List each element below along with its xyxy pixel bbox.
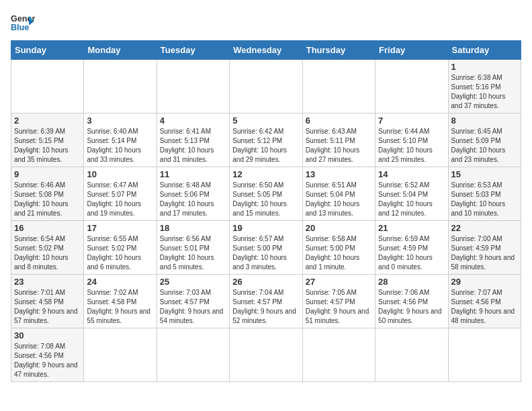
day-cell: 9Sunrise: 6:46 AM Sunset: 5:08 PM Daylig… — [11, 167, 84, 221]
day-number: 6 — [306, 116, 372, 126]
day-number: 4 — [160, 116, 226, 126]
day-cell: 17Sunrise: 6:55 AM Sunset: 5:02 PM Dayli… — [84, 221, 157, 275]
day-number: 13 — [306, 169, 372, 179]
day-info: Sunrise: 6:39 AM Sunset: 5:15 PM Dayligh… — [14, 127, 81, 165]
day-cell: 20Sunrise: 6:58 AM Sunset: 5:00 PM Dayli… — [302, 221, 375, 275]
day-number: 26 — [232, 277, 299, 287]
day-info: Sunrise: 7:00 AM Sunset: 4:59 PM Dayligh… — [451, 234, 518, 272]
calendar-body: 1Sunrise: 6:38 AM Sunset: 5:16 PM Daylig… — [11, 60, 521, 382]
day-number: 16 — [14, 223, 81, 233]
day-cell: 7Sunrise: 6:44 AM Sunset: 5:10 PM Daylig… — [375, 113, 448, 167]
day-cell: 19Sunrise: 6:57 AM Sunset: 5:00 PM Dayli… — [230, 221, 302, 275]
page-header: General Blue — [11, 11, 521, 35]
day-cell: 25Sunrise: 7:03 AM Sunset: 4:57 PM Dayli… — [157, 275, 229, 328]
day-number: 12 — [232, 169, 299, 179]
day-cell: 12Sunrise: 6:50 AM Sunset: 5:05 PM Dayli… — [230, 167, 302, 221]
day-cell: 26Sunrise: 7:04 AM Sunset: 4:57 PM Dayli… — [230, 275, 302, 328]
day-info: Sunrise: 6:46 AM Sunset: 5:08 PM Dayligh… — [14, 181, 81, 218]
day-cell: 1Sunrise: 6:38 AM Sunset: 5:16 PM Daylig… — [448, 60, 521, 113]
day-info: Sunrise: 6:42 AM Sunset: 5:12 PM Dayligh… — [232, 127, 299, 165]
day-cell — [375, 328, 448, 382]
day-cell: 28Sunrise: 7:06 AM Sunset: 4:56 PM Dayli… — [375, 275, 448, 328]
weekday-header-wednesday: Wednesday — [230, 41, 302, 60]
day-info: Sunrise: 7:02 AM Sunset: 4:58 PM Dayligh… — [87, 288, 153, 326]
logo: General Blue — [11, 11, 35, 35]
day-number: 2 — [14, 116, 81, 126]
day-info: Sunrise: 6:38 AM Sunset: 5:16 PM Dayligh… — [451, 73, 518, 111]
day-cell — [84, 328, 157, 382]
week-row-1: 1Sunrise: 6:38 AM Sunset: 5:16 PM Daylig… — [11, 60, 521, 113]
day-info: Sunrise: 6:56 AM Sunset: 5:01 PM Dayligh… — [160, 234, 226, 272]
day-number: 1 — [451, 62, 518, 72]
day-info: Sunrise: 6:52 AM Sunset: 5:04 PM Dayligh… — [378, 181, 445, 218]
day-info: Sunrise: 7:03 AM Sunset: 4:57 PM Dayligh… — [160, 288, 226, 326]
day-cell: 27Sunrise: 7:05 AM Sunset: 4:57 PM Dayli… — [302, 275, 375, 328]
day-info: Sunrise: 6:41 AM Sunset: 5:13 PM Dayligh… — [160, 127, 226, 165]
weekday-header-friday: Friday — [375, 41, 448, 60]
week-row-3: 9Sunrise: 6:46 AM Sunset: 5:08 PM Daylig… — [11, 167, 521, 221]
day-cell: 10Sunrise: 6:47 AM Sunset: 5:07 PM Dayli… — [84, 167, 157, 221]
day-number: 14 — [378, 169, 445, 179]
day-info: Sunrise: 7:01 AM Sunset: 4:58 PM Dayligh… — [14, 288, 81, 326]
day-cell: 22Sunrise: 7:00 AM Sunset: 4:59 PM Dayli… — [448, 221, 521, 275]
day-number: 8 — [451, 116, 518, 126]
day-info: Sunrise: 6:50 AM Sunset: 5:05 PM Dayligh… — [232, 181, 299, 218]
day-cell — [11, 60, 84, 113]
week-row-2: 2Sunrise: 6:39 AM Sunset: 5:15 PM Daylig… — [11, 113, 521, 167]
day-cell: 29Sunrise: 7:07 AM Sunset: 4:56 PM Dayli… — [448, 275, 521, 328]
day-cell — [157, 60, 229, 113]
day-cell: 13Sunrise: 6:51 AM Sunset: 5:04 PM Dayli… — [302, 167, 375, 221]
logo-icon: General Blue — [11, 11, 35, 35]
day-cell — [230, 328, 302, 382]
day-info: Sunrise: 6:59 AM Sunset: 4:59 PM Dayligh… — [378, 234, 445, 272]
day-info: Sunrise: 6:57 AM Sunset: 5:00 PM Dayligh… — [232, 234, 299, 272]
day-number: 15 — [451, 169, 518, 179]
day-number: 18 — [160, 223, 226, 233]
weekday-header-saturday: Saturday — [448, 41, 521, 60]
day-number: 7 — [378, 116, 445, 126]
day-number: 10 — [87, 169, 153, 179]
day-cell — [84, 60, 157, 113]
day-info: Sunrise: 7:07 AM Sunset: 4:56 PM Dayligh… — [451, 288, 518, 326]
day-cell: 5Sunrise: 6:42 AM Sunset: 5:12 PM Daylig… — [230, 113, 302, 167]
calendar-table: SundayMondayTuesdayWednesdayThursdayFrid… — [11, 40, 521, 382]
day-number: 30 — [14, 330, 81, 340]
day-number: 20 — [306, 223, 372, 233]
weekday-header-thursday: Thursday — [302, 41, 375, 60]
day-cell: 4Sunrise: 6:41 AM Sunset: 5:13 PM Daylig… — [157, 113, 229, 167]
day-number: 9 — [14, 169, 81, 179]
day-info: Sunrise: 6:48 AM Sunset: 5:06 PM Dayligh… — [160, 181, 226, 218]
day-cell: 30Sunrise: 7:08 AM Sunset: 4:56 PM Dayli… — [11, 328, 84, 382]
day-cell: 15Sunrise: 6:53 AM Sunset: 5:03 PM Dayli… — [448, 167, 521, 221]
day-number: 19 — [232, 223, 299, 233]
day-number: 11 — [160, 169, 226, 179]
day-cell: 6Sunrise: 6:43 AM Sunset: 5:11 PM Daylig… — [302, 113, 375, 167]
day-number: 27 — [306, 277, 372, 287]
day-cell: 24Sunrise: 7:02 AM Sunset: 4:58 PM Dayli… — [84, 275, 157, 328]
day-number: 22 — [451, 223, 518, 233]
day-cell — [302, 328, 375, 382]
day-cell: 14Sunrise: 6:52 AM Sunset: 5:04 PM Dayli… — [375, 167, 448, 221]
day-info: Sunrise: 6:43 AM Sunset: 5:11 PM Dayligh… — [306, 127, 372, 165]
day-info: Sunrise: 6:44 AM Sunset: 5:10 PM Dayligh… — [378, 127, 445, 165]
day-info: Sunrise: 7:06 AM Sunset: 4:56 PM Dayligh… — [378, 288, 445, 326]
svg-text:Blue: Blue — [11, 23, 29, 32]
day-cell: 11Sunrise: 6:48 AM Sunset: 5:06 PM Dayli… — [157, 167, 229, 221]
day-info: Sunrise: 6:51 AM Sunset: 5:04 PM Dayligh… — [306, 181, 372, 218]
weekday-header-row: SundayMondayTuesdayWednesdayThursdayFrid… — [11, 41, 521, 60]
day-cell: 21Sunrise: 6:59 AM Sunset: 4:59 PM Dayli… — [375, 221, 448, 275]
day-info: Sunrise: 6:58 AM Sunset: 5:00 PM Dayligh… — [306, 234, 372, 272]
week-row-5: 23Sunrise: 7:01 AM Sunset: 4:58 PM Dayli… — [11, 275, 521, 328]
day-number: 17 — [87, 223, 153, 233]
day-number: 3 — [87, 116, 153, 126]
day-number: 29 — [451, 277, 518, 287]
day-cell — [157, 328, 229, 382]
day-cell: 23Sunrise: 7:01 AM Sunset: 4:58 PM Dayli… — [11, 275, 84, 328]
day-number: 5 — [232, 116, 299, 126]
day-info: Sunrise: 6:55 AM Sunset: 5:02 PM Dayligh… — [87, 234, 153, 272]
day-info: Sunrise: 7:05 AM Sunset: 4:57 PM Dayligh… — [306, 288, 372, 326]
day-cell: 2Sunrise: 6:39 AM Sunset: 5:15 PM Daylig… — [11, 113, 84, 167]
day-cell: 3Sunrise: 6:40 AM Sunset: 5:14 PM Daylig… — [84, 113, 157, 167]
week-row-4: 16Sunrise: 6:54 AM Sunset: 5:02 PM Dayli… — [11, 221, 521, 275]
day-info: Sunrise: 6:45 AM Sunset: 5:09 PM Dayligh… — [451, 127, 518, 165]
